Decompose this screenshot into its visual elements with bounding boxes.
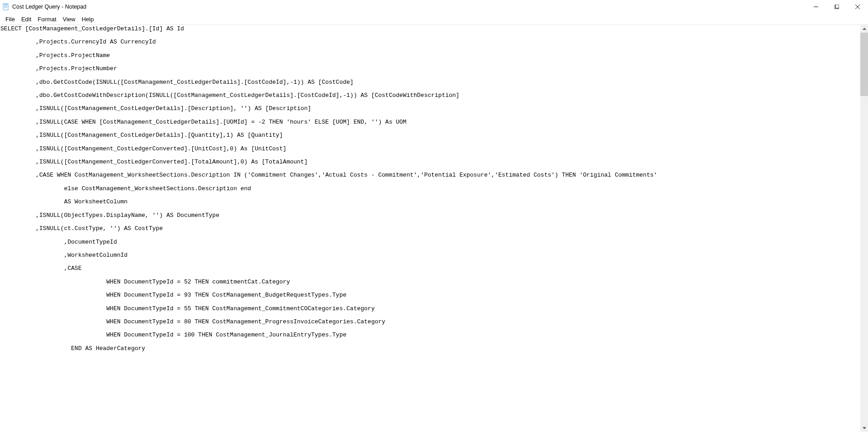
svg-rect-8 [835,5,839,8]
menubar: File Edit Format View Help [0,14,868,24]
menu-edit[interactable]: Edit [19,15,34,24]
titlebar: Cost Ledger Query - Notepad [0,0,868,14]
menu-help[interactable]: Help [79,15,96,24]
text-editor[interactable]: SELECT [CostManagement_CostLedgerDetails… [0,25,860,432]
notepad-icon [2,3,10,10]
scroll-down-arrow[interactable] [860,424,868,432]
minimize-button[interactable] [806,0,826,14]
window-controls [806,0,868,14]
svg-marker-11 [863,28,866,30]
svg-marker-12 [863,427,866,429]
scroll-thumb[interactable] [860,33,868,96]
svg-rect-5 [3,4,8,5]
menu-view[interactable]: View [60,15,78,24]
menu-format[interactable]: Format [35,15,59,24]
close-button[interactable] [847,0,868,14]
editor-container: SELECT [CostManagement_CostLedgerDetails… [0,25,868,432]
vertical-scrollbar[interactable] [860,25,868,432]
maximize-button[interactable] [826,0,847,14]
scroll-up-arrow[interactable] [860,25,868,33]
titlebar-left: Cost Ledger Query - Notepad [2,3,86,10]
menu-file[interactable]: File [3,15,18,24]
window-title: Cost Ledger Query - Notepad [12,4,86,10]
scroll-track[interactable] [860,33,868,424]
